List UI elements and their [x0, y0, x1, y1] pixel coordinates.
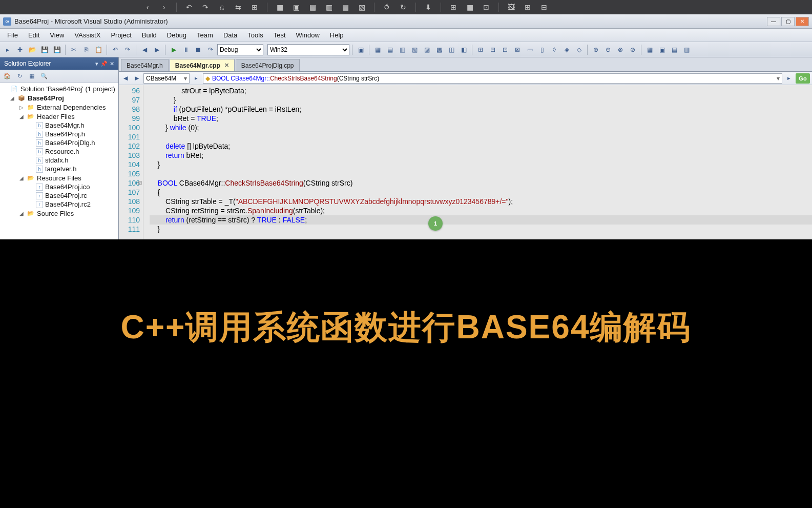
expander-icon[interactable]: ◢	[18, 175, 25, 181]
tool-icon-k[interactable]: ⊟	[487, 44, 498, 55]
panel-close-icon[interactable]: ✕	[110, 60, 114, 67]
nav-right-icon[interactable]: ▶	[132, 74, 141, 83]
properties-icon[interactable]: 🔍	[39, 71, 49, 82]
code-line-107[interactable]: {	[150, 188, 812, 197]
tool-icon-a[interactable]: ▣	[355, 44, 366, 55]
tool-icon-h[interactable]: ◫	[446, 44, 457, 55]
tool-icon-l[interactable]: ⊡	[499, 44, 511, 55]
solution-node[interactable]: 📄 Solution 'Base64Proj' (1 project)	[0, 84, 118, 93]
menu-data[interactable]: Data	[218, 30, 242, 40]
link-icon[interactable]: ⥀	[381, 2, 393, 12]
tool-icon-2[interactable]: ⇆	[232, 2, 244, 12]
tool-icon-q[interactable]: ◈	[561, 44, 572, 55]
tool-icon-1[interactable]: ⎌	[216, 2, 228, 12]
tool-icon-n[interactable]: ▭	[524, 44, 535, 55]
redo-icon[interactable]: ↷	[122, 44, 133, 55]
tool-icon-b[interactable]: ▦	[372, 44, 383, 55]
refresh-icon[interactable]: ↻	[397, 2, 409, 12]
redo-icon[interactable]: ↷	[199, 2, 212, 12]
tab-close-icon[interactable]: ✕	[224, 62, 229, 69]
code-line-108[interactable]: CString strTable = _T("ABCDEFGHIJKLMNOPQ…	[150, 197, 812, 206]
layout-icon-3[interactable]: ⊡	[480, 2, 492, 12]
code-line-98[interactable]: if (pOutFileLen) *pOutFileLen = iRstLen;	[150, 105, 812, 114]
menu-test[interactable]: Test	[268, 30, 291, 40]
source-files-node[interactable]: ◢ 📂 Source Files	[0, 209, 118, 218]
layout-icon-1[interactable]: ⊞	[447, 2, 460, 12]
tool-icon-w[interactable]: ▦	[644, 44, 655, 55]
show-all-icon[interactable]: ▦	[27, 71, 37, 82]
layout-icon-2[interactable]: ▦	[464, 2, 476, 12]
menu-team[interactable]: Team	[192, 30, 218, 40]
file-resource-h[interactable]: hResource.h	[0, 147, 118, 156]
maximize-button[interactable]: ▢	[781, 17, 795, 26]
tool-icon-c[interactable]: ▤	[384, 44, 395, 55]
file-base64proj-rc[interactable]: rBase64Proj.rc	[0, 191, 118, 200]
nav-back-icon[interactable]: ‹	[141, 2, 154, 12]
img-icon-3[interactable]: ▤	[306, 2, 319, 12]
picture-icon[interactable]: 🖼	[505, 2, 517, 12]
file-base64mgr-h[interactable]: hBase64Mgr.h	[0, 121, 118, 130]
code-line-101[interactable]	[150, 132, 812, 141]
file-stdafx-h[interactable]: hstdafx.h	[0, 156, 118, 165]
tool-icon-g[interactable]: ▩	[433, 44, 445, 55]
code-line-110[interactable]: return (retString == strSrc) ? TRUE : FA…	[150, 215, 812, 225]
code-line-100[interactable]: } while (0);	[150, 123, 812, 132]
tab-base64mgr-cpp[interactable]: Base64Mgr.cpp✕	[170, 59, 235, 71]
panel-dropdown-icon[interactable]: ▾	[95, 60, 98, 67]
tool-icon-d[interactable]: ▥	[397, 44, 408, 55]
save-icon[interactable]: 💾	[39, 44, 50, 55]
menu-vassistx[interactable]: VAssistX	[69, 30, 106, 40]
expander-icon[interactable]: ◢	[18, 114, 25, 119]
tool-icon-3[interactable]: ⊞	[248, 2, 261, 12]
tool-icon-z[interactable]: ▥	[681, 44, 692, 55]
solution-tree[interactable]: 📄 Solution 'Base64Proj' (1 project) ◢ 📦 …	[0, 83, 118, 239]
project-node[interactable]: ◢ 📦 Base64Proj	[0, 93, 118, 103]
external-deps-node[interactable]: ▷ 📁 External Dependencies	[0, 103, 118, 112]
menu-tools[interactable]: Tools	[242, 30, 268, 40]
img-icon-4[interactable]: ▥	[323, 2, 335, 12]
expander-icon[interactable]: ◢	[9, 95, 15, 101]
expander-icon[interactable]: ◢	[18, 211, 25, 216]
code-line-99[interactable]: bRet = TRUE;	[150, 114, 812, 123]
pause-icon[interactable]: ⏸	[180, 44, 192, 55]
tool-icon-x[interactable]: ▣	[656, 44, 668, 55]
stop-icon[interactable]: ⏹	[193, 44, 204, 55]
tool-icon-u[interactable]: ⊗	[615, 44, 626, 55]
tool-icon-r[interactable]: ◇	[573, 44, 585, 55]
menu-debug[interactable]: Debug	[162, 30, 192, 40]
tool-icon-j[interactable]: ⊞	[475, 44, 486, 55]
function-combo[interactable]: ◆ BOOL CBase64Mgr::CheckStrIsBase64Strin…	[203, 73, 782, 84]
platform-combo[interactable]: Win32	[267, 44, 349, 55]
code-line-111[interactable]: }	[150, 225, 812, 234]
nav-extra-icon[interactable]: ▸	[784, 74, 794, 83]
code-body[interactable]: strOut = lpByteData; } if (pOutFileLen) …	[143, 85, 812, 239]
save-all-icon[interactable]: 💾	[51, 44, 63, 55]
tool-icon-f[interactable]: ▨	[421, 44, 432, 55]
tool-icon-v[interactable]: ⊘	[627, 44, 638, 55]
nav-left-icon[interactable]: ◀	[121, 74, 130, 83]
paste-icon[interactable]: 📋	[93, 44, 104, 55]
code-line-104[interactable]: }	[150, 160, 812, 169]
open-icon[interactable]: 📂	[27, 44, 38, 55]
copy-icon[interactable]: ⎘	[80, 44, 92, 55]
expander-icon[interactable]: ▷	[18, 105, 25, 110]
tab-base64mgr-h[interactable]: Base64Mgr.h	[121, 59, 169, 71]
tool-icon-y[interactable]: ▤	[669, 44, 680, 55]
code-line-105[interactable]	[150, 169, 812, 178]
nav-fwd-icon[interactable]: ›	[158, 2, 170, 12]
home-icon[interactable]: 🏠	[2, 71, 12, 82]
close-button[interactable]: ✕	[796, 17, 809, 26]
tool-icon-s[interactable]: ⊕	[590, 44, 601, 55]
undo-icon[interactable]: ↶	[183, 2, 195, 12]
nav-back-icon[interactable]: ◀	[139, 44, 150, 55]
code-editor[interactable]: 9697989910010110210310410510610710810911…	[119, 85, 812, 239]
file-base64proj-rc2[interactable]: rBase64Proj.rc2	[0, 200, 118, 209]
code-line-97[interactable]: }	[150, 95, 812, 105]
grid-icon[interactable]: ⊞	[522, 2, 534, 12]
go-button[interactable]: Go	[796, 73, 810, 84]
grid-icon-2[interactable]: ⊟	[538, 2, 550, 12]
config-combo[interactable]: Debug	[217, 44, 263, 55]
file-base64projdlg-h[interactable]: hBase64ProjDlg.h	[0, 138, 118, 147]
undo-icon[interactable]: ↶	[110, 44, 121, 55]
tool-icon-p[interactable]: ◊	[549, 44, 560, 55]
